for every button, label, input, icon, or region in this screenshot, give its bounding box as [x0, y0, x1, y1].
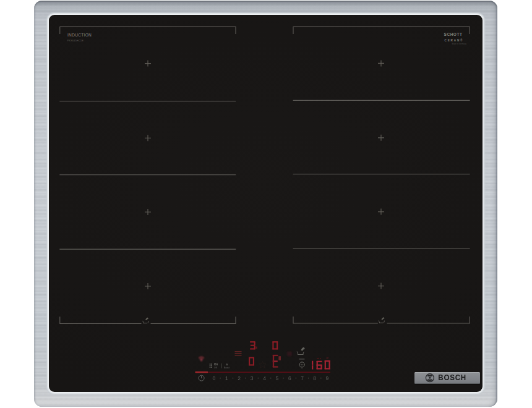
svg-text:5: 5	[276, 375, 279, 381]
svg-text:°C: °C	[326, 357, 329, 360]
svg-text:3: 3	[251, 375, 254, 381]
svg-text:4: 4	[263, 375, 266, 381]
svg-text:0: 0	[213, 375, 216, 381]
svg-text:7: 7	[301, 375, 304, 381]
svg-text:min: min	[317, 357, 322, 360]
svg-text:9: 9	[326, 375, 329, 381]
svg-text:A: A	[226, 363, 228, 366]
svg-text:6: 6	[288, 375, 291, 381]
svg-text:2: 2	[238, 375, 241, 381]
svg-text:8: 8	[313, 375, 316, 381]
svg-text:Off: Off	[214, 367, 217, 369]
svg-text:1: 1	[225, 375, 228, 381]
svg-text:Boost: Boost	[224, 367, 230, 369]
